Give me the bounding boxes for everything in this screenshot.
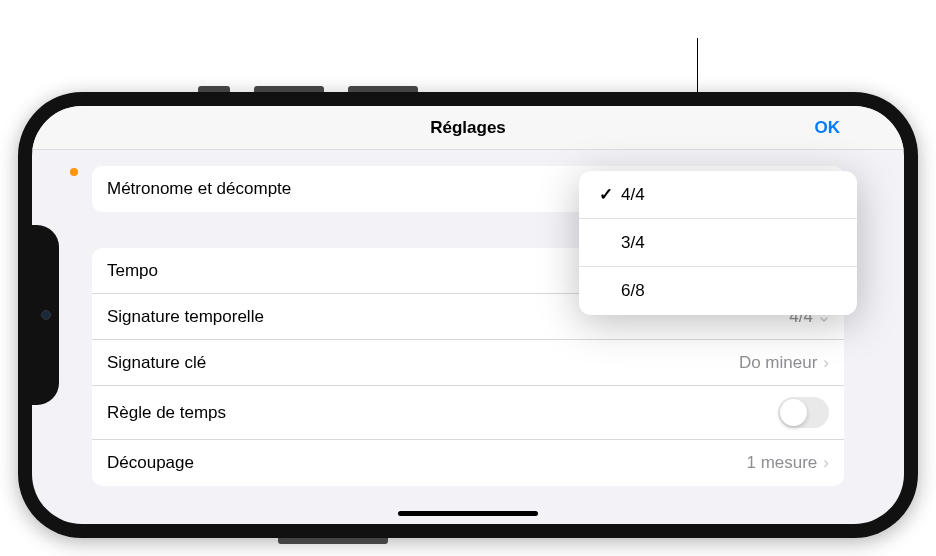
popover-option-3-4[interactable]: 3/4 bbox=[579, 219, 857, 267]
time-ruler-toggle[interactable] bbox=[778, 397, 829, 428]
time-ruler-row: Règle de temps bbox=[92, 386, 844, 440]
chevron-right-icon: › bbox=[823, 353, 829, 373]
key-signature-label: Signature clé bbox=[107, 353, 206, 373]
front-camera bbox=[41, 310, 51, 320]
checkmark-icon: ✓ bbox=[595, 184, 617, 205]
phone-frame: Réglages OK Métronome et décompte › Temp… bbox=[18, 92, 918, 538]
popover-option-label: 4/4 bbox=[621, 185, 645, 205]
page-title: Réglages bbox=[430, 118, 506, 138]
home-indicator[interactable] bbox=[398, 511, 538, 516]
tempo-label: Tempo bbox=[107, 261, 158, 281]
popover-option-label: 3/4 bbox=[621, 233, 645, 253]
notch bbox=[32, 225, 59, 405]
time-signature-popover: ✓ 4/4 3/4 6/8 bbox=[579, 171, 857, 315]
chevron-right-icon: › bbox=[823, 453, 829, 473]
snap-row[interactable]: Découpage 1 mesure › bbox=[92, 440, 844, 486]
screen: Réglages OK Métronome et décompte › Temp… bbox=[32, 106, 904, 524]
metronome-label: Métronome et décompte bbox=[107, 179, 291, 199]
snap-value: 1 mesure bbox=[746, 453, 817, 473]
phone-hardware-buttons-bottom bbox=[278, 538, 388, 544]
time-signature-label: Signature temporelle bbox=[107, 307, 264, 327]
key-signature-value: Do mineur bbox=[739, 353, 817, 373]
navigation-bar: Réglages OK bbox=[32, 106, 904, 150]
ok-button[interactable]: OK bbox=[815, 118, 841, 138]
recording-indicator-dot bbox=[70, 168, 78, 176]
key-signature-row[interactable]: Signature clé Do mineur › bbox=[92, 340, 844, 386]
phone-hardware-buttons-top bbox=[198, 86, 418, 92]
popover-option-label: 6/8 bbox=[621, 281, 645, 301]
popover-option-6-8[interactable]: 6/8 bbox=[579, 267, 857, 315]
toggle-knob bbox=[780, 399, 807, 426]
popover-option-4-4[interactable]: ✓ 4/4 bbox=[579, 171, 857, 219]
snap-label: Découpage bbox=[107, 453, 194, 473]
time-ruler-label: Règle de temps bbox=[107, 403, 226, 423]
